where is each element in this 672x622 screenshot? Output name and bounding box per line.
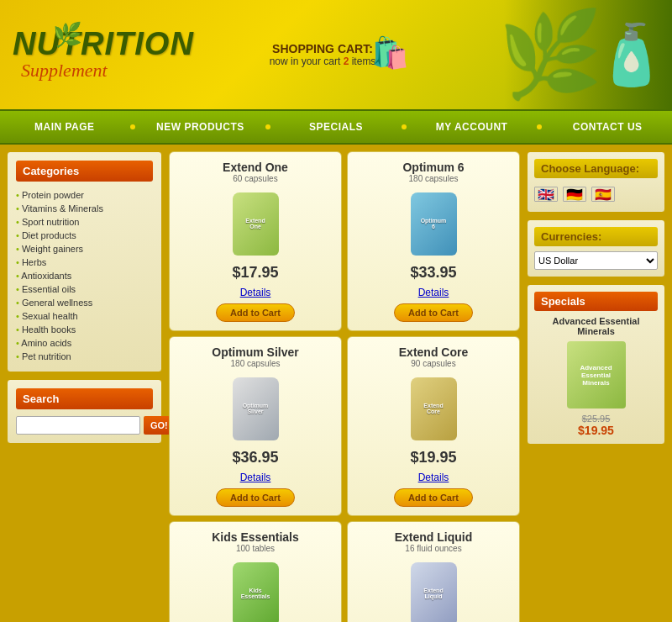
product-card: Kids Essentials 100 tables KidsEssential… xyxy=(169,521,342,622)
products-grid: Extend One 60 capsules ExtendOne $17.95 … xyxy=(169,151,520,622)
product-details-link[interactable]: Details xyxy=(240,472,271,483)
nav-bar: MAIN PAGE NEW PRODUCTS SPECIALS MY ACCOU… xyxy=(0,109,672,145)
nav-contact-us[interactable]: CONTACT US xyxy=(543,111,672,143)
nav-separator xyxy=(537,124,542,129)
product-name: Extend Liquid xyxy=(395,530,473,544)
product-card: Extend One 60 capsules ExtendOne $17.95 … xyxy=(169,151,342,331)
list-item[interactable]: Amino acids xyxy=(16,336,153,350)
search-box: Search GO! xyxy=(7,379,162,444)
add-to-cart-button[interactable]: Add to Cart xyxy=(216,488,295,507)
list-item[interactable]: Pet nutrition xyxy=(16,350,153,363)
product-bottle: KidsEssentials xyxy=(233,562,279,623)
product-image: Optimum6 xyxy=(400,190,467,257)
product-image: KidsEssentials xyxy=(222,560,289,622)
list-item[interactable]: Diet products xyxy=(16,229,153,242)
list-item[interactable]: Protein powder xyxy=(16,188,153,202)
leaf-icon: 🌿 xyxy=(53,21,82,49)
left-sidebar: Categories Protein powder Vitamins & Min… xyxy=(7,151,162,622)
nav-separator xyxy=(130,124,135,129)
product-bottle: OptimumSilver xyxy=(233,377,279,440)
flags-row: 🇬🇧 🇩🇪 🇪🇸 xyxy=(534,183,658,205)
product-details-link[interactable]: Details xyxy=(418,472,449,483)
bottle-label: ExtendOne xyxy=(244,216,266,231)
product-name: Extend One xyxy=(223,161,288,174)
product-image: ExtendCore xyxy=(400,375,467,442)
specials-title: Specials xyxy=(534,292,658,311)
currency-box: Currencies: US Dollar Euro GBP xyxy=(527,219,665,277)
nav-main-page[interactable]: MAIN PAGE xyxy=(0,111,129,143)
product-name: Extend Core xyxy=(399,345,468,359)
special-product-image[interactable]: AdvancedEssentialMinerals xyxy=(567,341,626,409)
search-title: Search xyxy=(16,388,153,409)
logo-nutrition: NUTRITION xyxy=(13,28,194,60)
bottle-icon: 🧴 xyxy=(595,20,668,89)
special-product-name: Advanced Essential Minerals xyxy=(534,316,658,336)
list-item[interactable]: Sport nutrition xyxy=(16,215,153,229)
search-input[interactable] xyxy=(16,416,140,435)
product-image: OptimumSilver xyxy=(222,375,289,442)
categories-title: Categories xyxy=(16,161,153,182)
list-item[interactable]: Essential oils xyxy=(16,282,153,296)
product-caps: 16 fluid ounces xyxy=(405,544,461,553)
product-details-link[interactable]: Details xyxy=(240,287,271,298)
product-card: Optimum Silver 180 capsules OptimumSilve… xyxy=(169,336,342,516)
product-card: Optimum 6 180 capsules Optimum6 $33.95 D… xyxy=(347,151,520,331)
currency-select[interactable]: US Dollar Euro GBP xyxy=(534,251,658,270)
language-box: Choose Language: 🇬🇧 🇩🇪 🇪🇸 xyxy=(527,151,665,213)
nav-my-account[interactable]: MY ACCOUNT xyxy=(407,111,537,143)
product-name: Optimum 6 xyxy=(402,161,464,174)
special-new-price: $19.95 xyxy=(534,424,658,437)
list-item[interactable]: Antioxidants xyxy=(16,269,153,282)
cart-desc: now in your cart 2 items xyxy=(270,55,376,67)
add-to-cart-button[interactable]: Add to Cart xyxy=(394,488,473,507)
product-caps: 60 capsules xyxy=(233,174,277,183)
bottle-label: ExtendCore xyxy=(422,401,444,416)
currency-title: Currencies: xyxy=(534,227,658,246)
add-to-cart-button[interactable]: Add to Cart xyxy=(216,303,295,322)
search-row: GO! xyxy=(16,416,153,435)
product-price: $19.95 xyxy=(410,449,456,466)
product-bottle: Optimum6 xyxy=(411,192,457,256)
list-item[interactable]: General wellness xyxy=(16,296,153,309)
logo-supplement: Supplement xyxy=(21,60,194,82)
cart-area: SHOPPING CART: now in your cart 2 items … xyxy=(270,42,376,68)
flag-es[interactable]: 🇪🇸 xyxy=(591,187,615,202)
nav-separator xyxy=(265,124,270,129)
plant-icon: 🌿 xyxy=(504,5,603,104)
main-content: Categories Protein powder Vitamins & Min… xyxy=(0,145,672,622)
header: 🌿 NUTRITION Supplement SHOPPING CART: no… xyxy=(0,0,672,109)
product-image: ExtendOne xyxy=(222,190,289,257)
list-item[interactable]: Herbs xyxy=(16,256,153,269)
cart-title: SHOPPING CART: xyxy=(270,42,376,55)
product-name: Optimum Silver xyxy=(212,345,298,359)
bottle-label: OptimumSilver xyxy=(241,401,270,416)
nav-new-products[interactable]: NEW PRODUCTS xyxy=(136,111,265,143)
flag-de[interactable]: 🇩🇪 xyxy=(563,187,586,202)
product-price: $36.95 xyxy=(232,449,278,466)
product-card: Extend Liquid 16 fluid ounces ExtendLiqu… xyxy=(347,521,520,622)
product-bottle: ExtendLiquid xyxy=(411,562,457,623)
bottle-label: Optimum6 xyxy=(419,216,449,231)
product-caps: 100 tables xyxy=(236,544,275,553)
product-details-link[interactable]: Details xyxy=(418,287,449,298)
list-item[interactable]: Vitamins & Minerals xyxy=(16,202,153,215)
list-item[interactable]: Weight gainers xyxy=(16,242,153,256)
nav-specials[interactable]: SPECIALS xyxy=(271,111,401,143)
flag-uk[interactable]: 🇬🇧 xyxy=(534,187,558,202)
specials-box: Specials Advanced Essential Minerals Adv… xyxy=(527,284,665,445)
product-card: Extend Core 90 capsules ExtendCore $19.9… xyxy=(347,336,520,516)
list-item[interactable]: Health books xyxy=(16,323,153,336)
category-list: Protein powder Vitamins & Minerals Sport… xyxy=(16,188,153,363)
product-bottle: ExtendOne xyxy=(233,192,279,256)
add-to-cart-button[interactable]: Add to Cart xyxy=(394,303,473,322)
header-decoration: 🌿 🧴 xyxy=(504,0,672,109)
special-bottle-label: AdvancedEssentialMinerals xyxy=(580,364,612,387)
product-bottle: ExtendCore xyxy=(411,377,457,440)
product-name: Kids Essentials xyxy=(212,530,299,544)
categories-box: Categories Protein powder Vitamins & Min… xyxy=(7,151,162,372)
cart-icon: 🛍️ xyxy=(371,35,409,71)
list-item[interactable]: Sexual health xyxy=(16,309,153,323)
nav-separator xyxy=(402,124,407,129)
product-image: ExtendLiquid xyxy=(400,560,467,622)
product-caps: 90 capsules xyxy=(411,359,455,368)
